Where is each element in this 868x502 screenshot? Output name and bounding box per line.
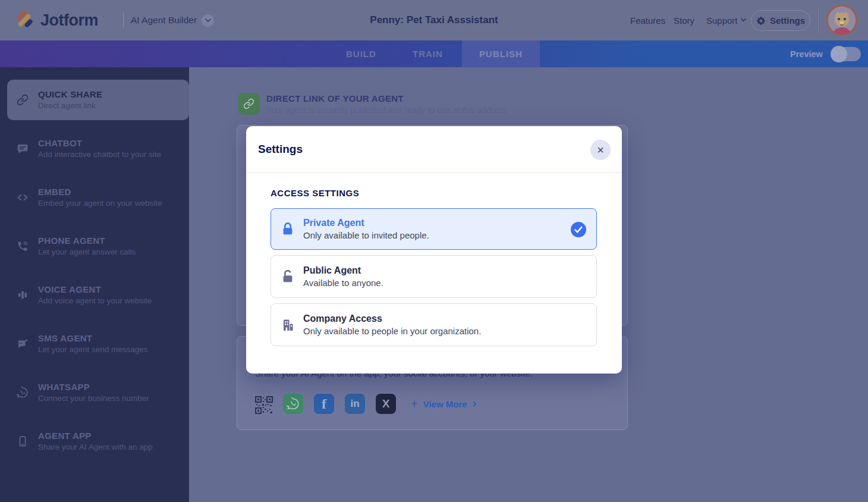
sidebar-item-chatbot[interactable]: CHATBOT Add interactive chatbot to your …: [7, 128, 189, 169]
whatsapp-share-icon[interactable]: [283, 394, 303, 414]
code-icon: [16, 191, 29, 204]
sidebar-item-voice-agent[interactable]: VOICE AGENT Add voice agent to your webs…: [7, 275, 189, 315]
settings-button-label: Settings: [770, 15, 805, 26]
qr-code-icon[interactable]: [255, 396, 273, 414]
avatar[interactable]: [826, 5, 857, 36]
phone-icon: [16, 240, 29, 253]
nav-support[interactable]: Support: [706, 0, 746, 40]
chevron-down-icon: [741, 18, 746, 22]
sidebar-item-quick-share[interactable]: QUICK SHARE Direct agent link: [7, 80, 189, 120]
preview-label: Preview: [790, 49, 823, 59]
check-circle-icon: [571, 222, 586, 240]
sidebar-item-whatsapp[interactable]: WHATSAPP Connect your business number: [7, 372, 189, 413]
modal-header: Settings ×: [246, 126, 622, 173]
nav-features[interactable]: Features: [630, 0, 665, 40]
direct-link-tile: [238, 93, 260, 115]
access-option-company-access[interactable]: Company Access Only available to people …: [271, 303, 597, 346]
cat-avatar-image: [826, 5, 857, 36]
product-switcher[interactable]: AI Agent Builder: [131, 0, 214, 40]
header-divider: [123, 12, 124, 28]
gear-icon: [756, 16, 766, 26]
logo-wordmark: Jotform: [40, 11, 98, 30]
sidebar-item-subtitle: Direct agent link: [38, 101, 96, 110]
publish-sidebar: QUICK SHARE Direct agent link CHATBOT Ad…: [0, 67, 189, 502]
header-divider: [818, 8, 819, 33]
view-more-link[interactable]: + View More ›: [411, 394, 477, 414]
close-icon[interactable]: ×: [590, 140, 611, 160]
preview-toggle[interactable]: [831, 47, 861, 61]
toggle-knob: [831, 46, 847, 62]
whatsapp-icon: [16, 386, 29, 399]
access-option-private-agent[interactable]: Private Agent Only available to invited …: [271, 208, 597, 250]
option-subtitle: Only available to invited people.: [303, 230, 429, 240]
mobile-icon: [16, 435, 29, 448]
voice-bars-icon: [16, 288, 29, 302]
sidebar-item-agent-app[interactable]: AGENT APP Share your AI Agent with an ap…: [7, 421, 189, 462]
jotform-logo-icon: [14, 10, 34, 30]
tab-build[interactable]: BUILD: [346, 40, 376, 67]
modal-title: Settings: [258, 143, 303, 156]
header-settings-button[interactable]: Settings: [751, 10, 810, 31]
jotform-logo[interactable]: Jotform: [14, 10, 98, 30]
app-header: Jotform AI Agent Builder Penny: Pet Taxi…: [0, 0, 868, 40]
lock-closed-icon: [281, 222, 294, 236]
plus-icon: +: [411, 398, 418, 410]
lock-open-icon: [281, 270, 294, 283]
building-icon: [281, 318, 294, 331]
sidebar-item-sms-agent[interactable]: SMS AGENT Let your agent send messages: [7, 324, 189, 364]
tab-publish[interactable]: PUBLISH: [462, 40, 540, 67]
sms-icon: [16, 337, 29, 350]
chevron-down-icon: [202, 14, 214, 27]
x-share-icon[interactable]: X: [376, 394, 396, 414]
sidebar-item-phone-agent[interactable]: PHONE AGENT Let your agent answer calls: [7, 226, 189, 266]
nav-story[interactable]: Story: [674, 0, 694, 40]
product-name: AI Agent Builder: [131, 15, 197, 26]
chat-icon: [16, 142, 29, 155]
tab-train[interactable]: TRAIN: [413, 40, 443, 67]
direct-link-title: DIRECT LINK OF YOUR AGENT: [266, 93, 404, 103]
settings-modal: Settings × ACCESS SETTINGS Private Agent…: [246, 126, 622, 374]
access-option-public-agent[interactable]: Public Agent Available to anyone.: [271, 255, 597, 298]
direct-link-subtitle: Your agent is securely published and rea…: [266, 105, 507, 115]
access-settings-heading: ACCESS SETTINGS: [271, 188, 597, 198]
facebook-share-icon[interactable]: f: [314, 394, 334, 414]
chevron-right-icon: ›: [473, 398, 477, 410]
linkedin-share-icon[interactable]: in: [345, 394, 365, 414]
link-icon: [243, 98, 254, 109]
sidebar-item-title: QUICK SHARE: [38, 89, 102, 99]
link-icon: [16, 93, 29, 106]
sidebar-item-embed[interactable]: EMBED Embed your agent on your website: [7, 177, 189, 218]
builder-tab-bar: BUILD TRAIN PUBLISH Preview: [0, 40, 868, 67]
option-title: Private Agent: [303, 218, 364, 228]
